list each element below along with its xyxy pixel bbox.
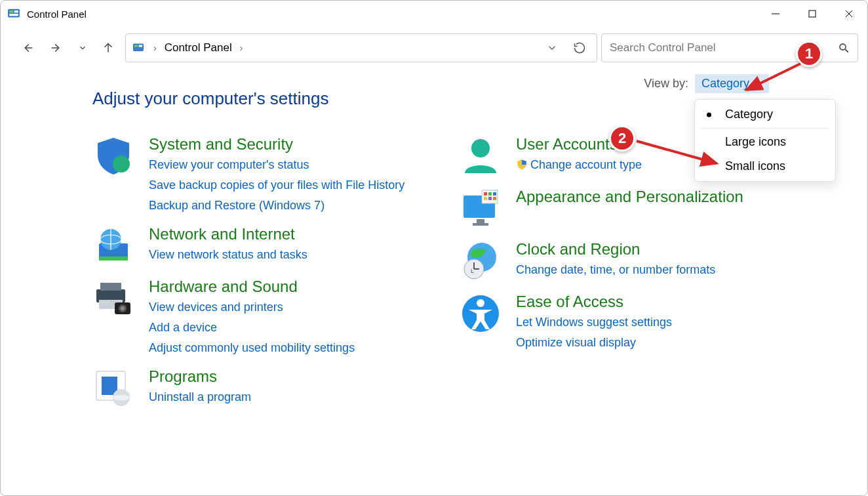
breadcrumb-chevron-icon[interactable]: ›	[236, 43, 247, 53]
svg-rect-9	[134, 45, 138, 47]
svg-rect-34	[484, 192, 487, 196]
svg-rect-10	[139, 45, 142, 47]
menu-item-label: Category	[725, 108, 773, 121]
svg-point-28	[113, 395, 130, 400]
close-button[interactable]	[831, 1, 867, 27]
addressbar-dropdown-button[interactable]	[540, 42, 564, 54]
category-title-link[interactable]: Ease of Access	[516, 293, 672, 311]
search-icon	[838, 42, 850, 54]
up-button[interactable]	[95, 35, 121, 61]
category-sublink[interactable]: Backup and Restore (Windows 7)	[149, 197, 404, 215]
refresh-button[interactable]	[568, 41, 591, 54]
svg-rect-31	[477, 219, 484, 223]
category-sublink[interactable]: View devices and printers	[149, 299, 355, 316]
forward-button[interactable]	[44, 35, 70, 61]
menu-item-label: Large icons	[725, 135, 786, 148]
category-sublink-text: Change account type	[530, 158, 642, 171]
category-title-link[interactable]: Network and Internet	[149, 225, 307, 243]
svg-line-12	[845, 49, 848, 52]
category-sublink[interactable]: Review your computer's status	[149, 156, 404, 174]
category-appearance-personalization: Appearance and Personalization	[460, 188, 781, 230]
annotation-badge-2: 2	[609, 125, 635, 152]
uac-shield-icon	[516, 159, 528, 171]
control-panel-icon	[131, 42, 146, 54]
view-by-control: View by: Category ▼	[644, 74, 769, 93]
control-panel-app-icon	[7, 7, 20, 20]
svg-rect-15	[99, 257, 128, 260]
svg-point-46	[477, 299, 484, 307]
shield-icon	[92, 135, 134, 177]
page-title: Adjust your computer's settings	[92, 89, 328, 109]
category-sublink[interactable]: Add a device	[149, 319, 355, 337]
category-sublink[interactable]: Uninstall a program	[149, 388, 251, 406]
category-system-security: System and Security Review your computer…	[92, 135, 414, 215]
globe-monitor-icon	[92, 225, 134, 267]
svg-rect-1	[9, 10, 13, 12]
category-title-link[interactable]: System and Security	[149, 135, 404, 154]
svg-rect-20	[100, 283, 121, 291]
svg-rect-5	[809, 10, 816, 17]
category-sublink[interactable]: View network status and tasks	[149, 246, 307, 264]
accessibility-icon	[460, 293, 502, 335]
svg-rect-32	[473, 223, 488, 226]
annotation-badge-text: 1	[805, 45, 813, 62]
svg-rect-35	[488, 192, 492, 196]
category-sublink[interactable]: Optimize visual display	[516, 334, 672, 352]
category-sublink[interactable]: Adjust commonly used mobility settings	[149, 339, 355, 357]
window-controls	[757, 1, 867, 27]
category-ease-of-access: Ease of Access Let Windows suggest setti…	[460, 293, 781, 352]
navigation-row: › Control Panel ›	[1, 27, 867, 69]
category-title-link[interactable]: Clock and Region	[516, 240, 715, 258]
category-clock-region: L Clock and Region Change date, time, or…	[460, 240, 781, 282]
svg-rect-36	[493, 192, 496, 196]
annotation-badge-1: 1	[796, 41, 822, 67]
svg-rect-39	[493, 197, 496, 200]
menu-item-large-icons[interactable]: Large icons	[695, 130, 835, 154]
titlebar: Control Panel	[1, 1, 867, 27]
main-content: Adjust your computer's settings View by:…	[1, 69, 867, 420]
category-sublink[interactable]: Save backup copies of your files with Fi…	[149, 176, 404, 194]
minimize-button[interactable]	[757, 1, 794, 27]
back-button[interactable]	[14, 35, 40, 61]
view-by-dropdown-button[interactable]: Category ▼	[695, 74, 769, 93]
svg-text:L: L	[471, 268, 474, 274]
category-title-link[interactable]: Hardware and Sound	[149, 278, 355, 296]
category-sublink[interactable]: Change account type	[516, 156, 642, 174]
maximize-button[interactable]	[794, 1, 831, 27]
user-icon	[460, 135, 502, 177]
svg-rect-38	[488, 197, 492, 200]
category-column-left: System and Security Review your computer…	[92, 135, 414, 420]
category-network-internet: Network and Internet View network status…	[92, 225, 414, 267]
svg-rect-3	[9, 14, 18, 16]
printer-camera-icon	[92, 278, 134, 320]
menu-item-label: Small icons	[725, 159, 785, 173]
category-title-link[interactable]: Appearance and Personalization	[516, 188, 743, 206]
category-sublink[interactable]: Let Windows suggest settings	[516, 314, 672, 331]
clock-globe-icon: L	[460, 240, 502, 282]
view-by-dropdown-menu: Category Large icons Small icons	[694, 99, 836, 182]
window-title: Control Panel	[27, 9, 757, 20]
programs-icon	[92, 367, 134, 409]
menu-separator	[701, 128, 829, 129]
view-by-value: Category	[701, 77, 749, 91]
category-title-link[interactable]: Programs	[149, 367, 251, 386]
menu-item-category[interactable]: Category	[695, 102, 835, 127]
caret-down-icon: ▼	[755, 79, 762, 89]
recent-locations-button[interactable]	[74, 35, 91, 61]
selected-bullet-icon	[707, 112, 711, 117]
breadcrumb-chevron-icon[interactable]: ›	[149, 43, 161, 53]
monitor-personalize-icon	[460, 188, 502, 230]
address-bar[interactable]: › Control Panel ›	[125, 33, 597, 62]
menu-item-small-icons[interactable]: Small icons	[695, 154, 835, 178]
svg-point-11	[840, 44, 846, 50]
breadcrumb-control-panel[interactable]: Control Panel	[165, 41, 232, 54]
svg-rect-2	[14, 10, 18, 12]
category-programs: Programs Uninstall a program	[92, 367, 414, 409]
category-sublink[interactable]: Change date, time, or number formats	[516, 261, 715, 279]
svg-point-29	[471, 139, 490, 157]
annotation-badge-text: 2	[618, 130, 626, 147]
svg-point-24	[121, 306, 125, 310]
svg-rect-37	[484, 197, 487, 200]
category-hardware-sound: Hardware and Sound View devices and prin…	[92, 278, 414, 357]
view-by-label: View by:	[644, 77, 688, 91]
